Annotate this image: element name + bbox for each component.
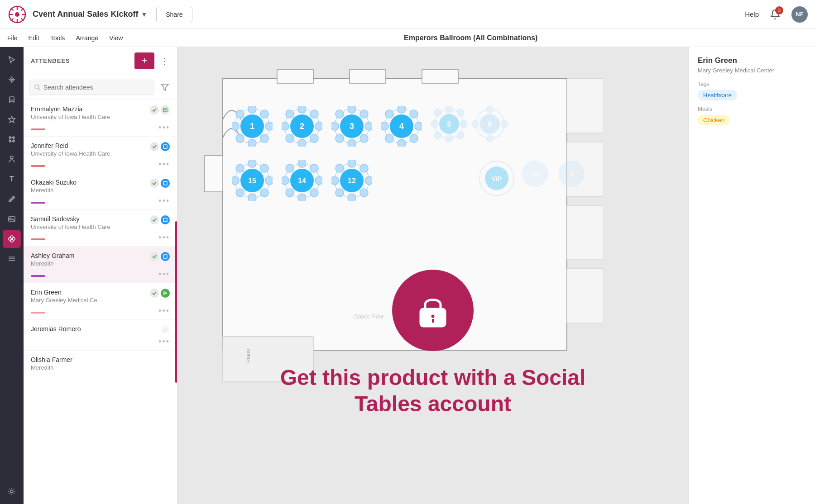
attendee-item[interactable]: Samuil Sadovsky University of Iowa Healt… <box>24 210 177 247</box>
table-2[interactable]: 2 <box>282 106 322 147</box>
share-button[interactable]: Share <box>156 7 192 22</box>
svg-point-152 <box>360 164 368 172</box>
svg-point-63 <box>248 106 256 113</box>
attendees-more-button[interactable]: ⋮ <box>160 56 170 67</box>
attendee-more[interactable]: ••• <box>158 337 170 347</box>
attendee-list: Emmalynn Mazzia University of Iowa Healt… <box>24 100 177 375</box>
svg-text:5: 5 <box>447 120 451 128</box>
table-12[interactable]: 12 <box>331 160 372 201</box>
tags-label: Tags <box>698 81 806 87</box>
svg-point-111 <box>434 109 441 116</box>
notification-icon[interactable]: 3 <box>768 7 782 22</box>
tags-section: Tags Healthcare <box>698 81 806 100</box>
check-badge <box>150 252 159 261</box>
attendee-more[interactable]: ••• <box>158 233 170 242</box>
svg-point-139 <box>315 176 322 185</box>
tag-bar <box>31 312 45 314</box>
menu-view[interactable]: View <box>109 33 123 43</box>
add-attendee-button[interactable]: + <box>134 52 154 69</box>
svg-rect-49 <box>163 255 167 258</box>
table-9[interactable]: 9 <box>556 158 587 190</box>
text-tool[interactable]: T <box>3 170 21 188</box>
table-10[interactable]: 10 <box>519 158 551 190</box>
cursor-tool[interactable] <box>3 51 21 69</box>
svg-point-89 <box>336 110 344 118</box>
menu-arrange[interactable]: Arrange <box>76 33 98 43</box>
menu-edit[interactable]: Edit <box>29 33 39 43</box>
attendee-more[interactable]: ••• <box>158 196 170 206</box>
svg-point-99 <box>415 122 422 130</box>
svg-point-108 <box>446 135 453 142</box>
node-tool[interactable] <box>3 71 21 89</box>
app-logo <box>7 5 27 24</box>
attendee-more[interactable]: ••• <box>158 306 170 316</box>
attendee-more[interactable]: ••• <box>158 123 170 133</box>
svg-text:4: 4 <box>399 122 404 131</box>
attendee-more[interactable]: ••• <box>158 160 170 169</box>
right-panel-name: Erin Green <box>698 56 806 65</box>
svg-text:Dance Floor: Dance Floor <box>354 314 384 320</box>
table-3[interactable]: 3 <box>331 106 372 147</box>
search-input[interactable] <box>43 84 149 91</box>
image-tool[interactable] <box>3 210 21 228</box>
svg-point-109 <box>431 120 438 128</box>
tag-healthcare[interactable]: Healthcare <box>698 90 737 100</box>
svg-point-147 <box>348 160 356 167</box>
svg-text:VIP: VIP <box>492 175 502 182</box>
attendee-item[interactable]: Ashley Graham Meredith <box>24 247 177 283</box>
attendee-more[interactable]: ••• <box>158 270 170 279</box>
person-tool[interactable] <box>3 150 21 168</box>
check-badge <box>150 142 159 151</box>
search-box <box>29 80 154 95</box>
svg-rect-51 <box>277 70 313 83</box>
reg-badge <box>161 252 170 261</box>
svg-point-68 <box>260 110 268 118</box>
table-6[interactable]: 6 <box>472 106 508 142</box>
svg-text:Piano: Piano <box>245 349 251 363</box>
attendee-item[interactable]: Jennifer Reid University of Iowa Health … <box>24 137 177 173</box>
star-tool[interactable] <box>3 110 21 128</box>
title-dropdown-arrow[interactable]: ▼ <box>141 11 147 18</box>
menu-file[interactable]: File <box>7 33 18 43</box>
canvas-area[interactable]: Piano Dance Floor <box>177 47 688 504</box>
svg-rect-58 <box>567 79 603 133</box>
svg-point-11 <box>11 79 13 81</box>
chair-tool[interactable] <box>3 90 21 109</box>
table-5[interactable]: 5 <box>431 106 467 142</box>
reg-badge <box>161 215 170 224</box>
svg-rect-47 <box>163 181 167 185</box>
svg-point-29 <box>10 156 13 159</box>
pen-tool[interactable] <box>3 190 21 208</box>
table-15[interactable]: 15 <box>232 160 273 201</box>
table-vip[interactable]: VIP <box>476 158 517 199</box>
svg-text:1: 1 <box>250 122 254 131</box>
svg-text:9: 9 <box>570 171 573 178</box>
attendee-item[interactable]: Jeremias Romero ••• <box>24 320 177 351</box>
svg-point-65 <box>232 122 239 130</box>
attendee-item[interactable]: Olishia Farmer Meredith <box>24 351 177 375</box>
left-toolbar: T <box>0 47 24 504</box>
help-link[interactable]: Help <box>745 10 759 18</box>
app-title: Cvent Annual Sales Kickoff ▼ <box>33 10 147 19</box>
filter-icon[interactable] <box>158 81 172 94</box>
user-avatar[interactable]: NF <box>791 6 808 23</box>
menu-tools[interactable]: Tools <box>50 33 65 43</box>
meals-label: Meals <box>698 106 806 112</box>
svg-point-153 <box>336 189 344 197</box>
attendee-item[interactable]: Okazaki Suzuko Meredith <box>24 173 177 210</box>
svg-point-35 <box>10 236 13 238</box>
table-14[interactable]: 14 <box>282 160 322 201</box>
group-tool[interactable] <box>3 230 21 248</box>
attendee-item[interactable]: Emmalynn Mazzia University of Iowa Healt… <box>24 100 177 137</box>
table-4[interactable]: 4 <box>381 106 422 147</box>
settings-tool[interactable] <box>3 482 21 500</box>
svg-point-86 <box>348 139 356 147</box>
svg-point-91 <box>336 134 344 143</box>
list-tool[interactable] <box>3 250 21 268</box>
grid-tool[interactable] <box>3 130 21 148</box>
table-1[interactable]: 1 <box>232 106 273 147</box>
svg-point-78 <box>286 110 294 118</box>
svg-rect-60 <box>567 205 603 260</box>
attendee-item[interactable]: Erin Green Mary Greeley Medical Ce... <box>24 283 177 320</box>
tag-chicken[interactable]: Chicken <box>698 115 730 125</box>
